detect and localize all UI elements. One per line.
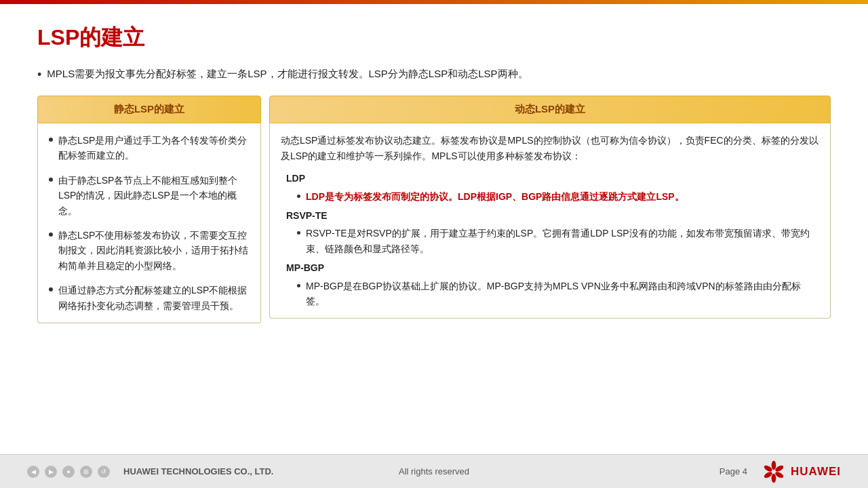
intro-text: MPLS需要为报文事先分配好标签，建立一条LSP，才能进行报文转发。LSP分为静… [47, 68, 528, 81]
control-btn-4[interactable]: ⊞ [80, 466, 92, 478]
intro-bullet: MPLS需要为报文事先分配好标签，建立一条LSP，才能进行报文转发。LSP分为静… [37, 68, 831, 82]
huawei-logo-text: HUAWEI [791, 465, 841, 479]
control-btn-3[interactable]: ● [62, 466, 75, 478]
protocol-entry: MP-BGP MP-BGP是在BGP协议基础上扩展的协议。MP-BGP支持为MP… [286, 260, 819, 308]
left-col-header: 静态LSP的建立 [37, 96, 261, 123]
protocol-entry: RSVP-TE RSVP-TE是对RSVP的扩展，用于建立基于约束的LSP。它拥… [286, 208, 819, 256]
protocol-sub-text: LDP是专为标签发布而制定的协议。LDP根据IGP、BGP路由信息通过逐跳方式建… [306, 189, 684, 204]
huawei-flower-icon [761, 459, 787, 485]
svg-point-0 [772, 460, 776, 469]
control-btn-5[interactable]: ↺ [98, 466, 110, 478]
huawei-logo: HUAWEI [761, 459, 841, 485]
footer-company: HUAWEI TECHNOLOGIES CO., LTD. [123, 466, 273, 476]
sub-bullet: LDP是专为标签发布而制定的协议。LDP根据IGP、BGP路由信息通过逐跳方式建… [286, 189, 684, 204]
protocol-name: RSVP-TE [286, 208, 819, 223]
bullet-dot [49, 232, 53, 237]
sub-dot [297, 231, 300, 235]
protocol-list: LDP LDP是专为标签发布而制定的协议。LDP根据IGP、BGP路由信息通过逐… [281, 171, 819, 308]
bullet-text: 由于静态LSP各节点上不能相互感知到整个LSP的情况，因此静态LSP是一个本地的… [58, 173, 250, 218]
svg-point-3 [772, 473, 776, 482]
protocol-name: MP-BGP [286, 260, 819, 275]
right-col-header: 动态LSP的建立 [269, 96, 831, 123]
footer-controls: ◀ ▶ ● ⊞ ↺ [27, 466, 110, 478]
bullet-text: 但通过静态方式分配标签建立的LSP不能根据网络拓扑变化动态调整，需要管理员干预。 [58, 283, 250, 313]
right-col-body: 动态LSP通过标签发布协议动态建立。标签发布协议是MPLS的控制协议（也可称为信… [269, 123, 831, 319]
sub-dot [297, 284, 300, 287]
slide-container: LSP的建立 MPLS需要为报文事先分配好标签，建立一条LSP，才能进行报文转发… [0, 0, 868, 488]
protocol-sub-text: RSVP-TE是对RSVP的扩展，用于建立基于约束的LSP。它拥有普通LDP L… [306, 226, 819, 256]
left-column: 静态LSP的建立 静态LSP是用户通过手工为各个转发等价类分配标签而建立的。 由… [37, 96, 261, 323]
footer-right-group: Page 4 [719, 459, 841, 485]
bullet-dot [49, 287, 53, 291]
right-intro-text: 动态LSP通过标签发布协议动态建立。标签发布协议是MPLS的控制协议（也可称为信… [281, 133, 819, 164]
left-col-body: 静态LSP是用户通过手工为各个转发等价类分配标签而建立的。 由于静态LSP各节点… [37, 123, 261, 323]
list-item: 静态LSP是用户通过手工为各个转发等价类分配标签而建立的。 [49, 133, 250, 163]
list-item: LDP LDP是专为标签发布而制定的协议。LDP根据IGP、BGP路由信息通过逐… [281, 171, 819, 204]
sub-bullet: RSVP-TE是对RSVP的扩展，用于建立基于约束的LSP。它拥有普通LDP L… [286, 226, 819, 256]
bullet-text: 静态LSP是用户通过手工为各个转发等价类分配标签而建立的。 [58, 133, 250, 163]
bullet-dot [49, 178, 53, 182]
right-column: 动态LSP的建立 动态LSP通过标签发布协议动态建立。标签发布协议是MPLS的控… [269, 96, 831, 323]
sub-dot [297, 195, 300, 198]
list-item: 但通过静态方式分配标签建立的LSP不能根据网络拓扑变化动态调整，需要管理员干预。 [49, 283, 250, 313]
list-item: RSVP-TE RSVP-TE是对RSVP的扩展，用于建立基于约束的LSP。它拥… [281, 208, 819, 256]
footer-rights: All rights reserved [399, 466, 469, 476]
footer: ◀ ▶ ● ⊞ ↺ HUAWEI TECHNOLOGIES CO., LTD. … [0, 454, 868, 488]
list-item: 由于静态LSP各节点上不能相互感知到整个LSP的情况，因此静态LSP是一个本地的… [49, 173, 250, 218]
bullet-text: 静态LSP不使用标签发布协议，不需要交互控制报文，因此消耗资源比较小，适用于拓扑… [58, 228, 250, 273]
list-item: 静态LSP不使用标签发布协议，不需要交互控制报文，因此消耗资源比较小，适用于拓扑… [49, 228, 250, 273]
footer-page: Page 4 [719, 466, 747, 476]
main-content: LSP的建立 MPLS需要为报文事先分配好标签，建立一条LSP，才能进行报文转发… [0, 4, 868, 454]
protocol-sub-text: MP-BGP是在BGP协议基础上扩展的协议。MP-BGP支持为MPLS VPN业… [306, 279, 819, 309]
list-item: MP-BGP MP-BGP是在BGP协议基础上扩展的协议。MP-BGP支持为MP… [281, 260, 819, 308]
columns-container: 静态LSP的建立 静态LSP是用户通过手工为各个转发等价类分配标签而建立的。 由… [37, 96, 831, 323]
control-btn-1[interactable]: ◀ [27, 466, 39, 478]
page-title: LSP的建立 [37, 23, 831, 53]
bullet-dot [49, 138, 53, 142]
protocol-entry: LDP LDP是专为标签发布而制定的协议。LDP根据IGP、BGP路由信息通过逐… [286, 171, 684, 204]
sub-bullet: MP-BGP是在BGP协议基础上扩展的协议。MP-BGP支持为MPLS VPN业… [286, 279, 819, 309]
protocol-name: LDP [286, 171, 684, 186]
control-btn-2[interactable]: ▶ [45, 466, 57, 478]
